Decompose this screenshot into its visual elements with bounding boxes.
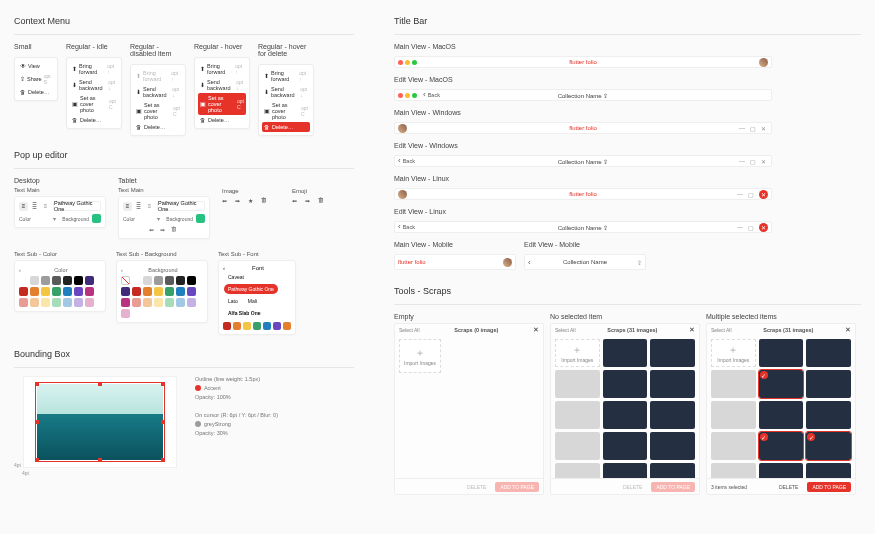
color-swatch[interactable]: [19, 276, 28, 285]
align-right-icon[interactable]: ≡: [41, 202, 50, 211]
close-icon[interactable]: ✕: [761, 125, 768, 132]
color-swatch[interactable]: [85, 287, 94, 296]
color-swatch[interactable]: [176, 287, 185, 296]
import-images-tile[interactable]: ＋Import Images: [555, 339, 600, 367]
scrap-thumbnail[interactable]: [806, 401, 851, 429]
ctx-menu-disabled[interactable]: ⬆Bring forwardopt ↑ ⬇Send backwardopt ↓ …: [130, 64, 186, 136]
align-group[interactable]: ≡ ≣ ≡: [19, 202, 50, 211]
selected-image[interactable]: [37, 384, 163, 460]
color-swatch[interactable]: [187, 298, 196, 307]
color-swatch[interactable]: [165, 298, 174, 307]
minimize-icon[interactable]: [405, 60, 410, 65]
titlebar-main-linux[interactable]: flutter folio — ▢ ✕: [394, 188, 772, 200]
color-swatch[interactable]: [41, 276, 50, 285]
ctx-delete[interactable]: 🗑Delete…: [70, 115, 118, 125]
swatch-none[interactable]: [121, 276, 130, 285]
font-select[interactable]: Pathway Gothic One: [157, 201, 205, 211]
avatar[interactable]: [759, 58, 768, 67]
arrow-right-icon[interactable]: ➡: [160, 226, 168, 234]
scrap-thumbnail[interactable]: [759, 401, 804, 429]
color-swatch[interactable]: [52, 298, 61, 307]
avatar[interactable]: [398, 124, 407, 133]
image-editor-toolbar[interactable]: ⬅ ➡ ★ 🗑: [222, 197, 280, 206]
color-swatch[interactable]: [143, 276, 152, 285]
ctx-menu-idle[interactable]: ⬆Bring forwardopt ↑ ⬇Send backwardopt ↓ …: [66, 57, 122, 129]
color-swatch[interactable]: [253, 322, 261, 330]
close-icon[interactable]: ✕: [845, 326, 851, 334]
traffic-lights[interactable]: [398, 93, 417, 98]
color-swatch[interactable]: [52, 276, 61, 285]
color-swatch[interactable]: [223, 322, 231, 330]
color-swatch[interactable]: [143, 287, 152, 296]
color-swatch[interactable]: [63, 298, 72, 307]
maximize-icon[interactable]: ▢: [748, 191, 755, 198]
trash-icon[interactable]: 🗑: [318, 197, 327, 206]
ctx-delete[interactable]: 🗑Delete…: [134, 122, 182, 132]
titlebar-main-mobile[interactable]: flutter folio: [394, 254, 516, 270]
close-icon[interactable]: ✕: [533, 326, 539, 334]
scrap-thumbnail[interactable]: [555, 432, 600, 460]
color-swatch[interactable]: [273, 322, 281, 330]
scrap-thumbnail[interactable]: [603, 339, 648, 367]
color-swatch[interactable]: [41, 287, 50, 296]
scrap-thumbnail[interactable]: [759, 463, 804, 478]
color-swatch[interactable]: [243, 322, 251, 330]
align-group[interactable]: ≡ ≣ ≡: [123, 202, 154, 211]
scrap-thumbnail[interactable]: [603, 463, 648, 478]
font-option-abo[interactable]: Alfa Slab One: [224, 308, 265, 318]
scrap-thumbnail[interactable]: [759, 370, 804, 398]
ctx-send-backward[interactable]: ⬇Send backwardopt ↓: [134, 84, 182, 100]
back-icon[interactable]: ‹: [528, 258, 531, 267]
maximize-icon[interactable]: ▢: [748, 224, 755, 231]
color-swatch[interactable]: [19, 287, 28, 296]
share-icon[interactable]: ⇪: [603, 93, 608, 99]
scrap-thumbnail[interactable]: [650, 401, 695, 429]
scrap-thumbnail[interactable]: [806, 432, 851, 460]
share-icon[interactable]: ⇪: [637, 259, 642, 266]
resize-handle[interactable]: [35, 382, 39, 386]
minimize-icon[interactable]: —: [737, 224, 744, 231]
align-center-icon[interactable]: ≣: [134, 202, 143, 211]
titlebar-edit-mobile[interactable]: ‹ Collection Name ⇪: [524, 254, 646, 270]
ctx-set-cover-hover[interactable]: ▣Set as cover photoopt C: [198, 93, 246, 115]
font-option-caveat[interactable]: Caveat: [224, 272, 248, 282]
select-all[interactable]: Select All: [555, 327, 576, 333]
arrow-right-icon[interactable]: ➡: [305, 197, 314, 206]
color-swatch[interactable]: [283, 322, 291, 330]
ctx-set-cover[interactable]: ▣Set as cover photoopt C: [70, 93, 118, 115]
minimize-icon[interactable]: —: [737, 191, 744, 198]
color-swatch[interactable]: [233, 322, 241, 330]
scraps-panel-empty[interactable]: Select All Scraps (0 image) ✕ ＋ Import I…: [394, 323, 544, 495]
resize-handle[interactable]: [98, 382, 102, 386]
scrap-thumbnail[interactable]: [650, 432, 695, 460]
minimize-icon[interactable]: —: [739, 125, 746, 132]
resize-handle[interactable]: [35, 458, 39, 462]
font-option-lato[interactable]: Lato: [224, 296, 242, 306]
color-swatch[interactable]: [30, 276, 39, 285]
arrow-left-icon[interactable]: ⬅: [222, 197, 231, 206]
color-swatch[interactable]: [132, 298, 141, 307]
arrow-left-icon[interactable]: ⬅: [292, 197, 301, 206]
color-swatch[interactable]: [121, 287, 130, 296]
share-icon[interactable]: ⇪: [603, 225, 608, 231]
import-images-tile[interactable]: ＋ Import Images: [399, 339, 441, 373]
trash-icon[interactable]: 🗑: [261, 197, 270, 206]
color-swatch[interactable]: [121, 309, 130, 318]
resize-handle[interactable]: [98, 458, 102, 462]
trash-icon[interactable]: 🗑: [171, 226, 179, 234]
align-left-icon[interactable]: ≡: [123, 202, 132, 211]
scrap-thumbnail[interactable]: [555, 401, 600, 429]
scrap-thumbnail[interactable]: [650, 463, 695, 478]
ctx-set-cover[interactable]: ▣Set as cover photoopt C: [262, 100, 310, 122]
close-icon[interactable]: [398, 60, 403, 65]
scrap-thumbnail[interactable]: [759, 339, 804, 367]
avatar[interactable]: [398, 190, 407, 199]
color-swatch[interactable]: [41, 298, 50, 307]
maximize-icon[interactable]: [412, 60, 417, 65]
scrap-thumbnail[interactable]: [650, 339, 695, 367]
select-all[interactable]: Select All: [399, 327, 420, 333]
ctx-delete-hover[interactable]: 🗑Delete…: [262, 122, 310, 132]
scraps-panel-multi-selection[interactable]: Select All Scraps (31 images) ✕ ＋Import …: [706, 323, 856, 495]
color-swatch[interactable]: [63, 276, 72, 285]
align-left-icon[interactable]: ≡: [19, 202, 28, 211]
